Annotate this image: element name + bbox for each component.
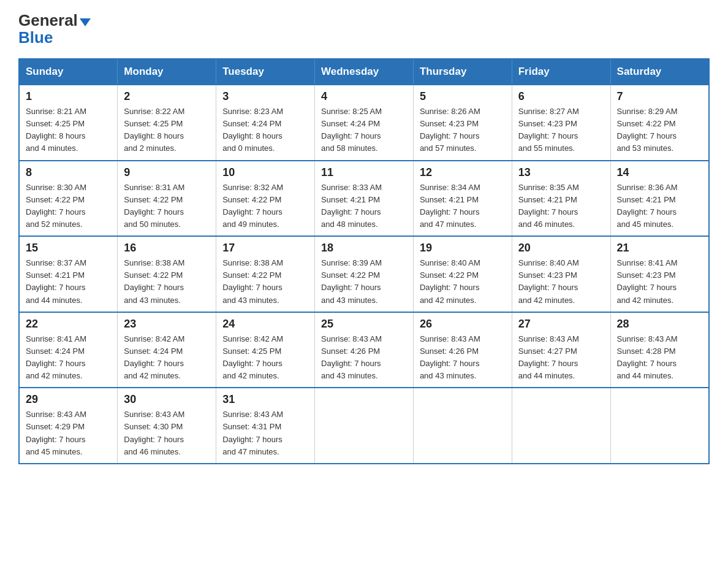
day-number: 15 — [26, 242, 111, 255]
day-number: 1 — [26, 90, 111, 103]
calendar-cell: 12Sunrise: 8:34 AMSunset: 4:21 PMDayligh… — [413, 161, 512, 237]
day-info: Sunrise: 8:40 AMSunset: 4:23 PMDaylight:… — [518, 257, 604, 307]
day-number: 29 — [26, 393, 111, 406]
day-number: 2 — [124, 90, 210, 103]
day-number: 25 — [321, 318, 407, 331]
calendar-header: SundayMondayTuesdayWednesdayThursdayFrid… — [19, 59, 709, 85]
day-info: Sunrise: 8:32 AMSunset: 4:22 PMDaylight:… — [222, 182, 308, 231]
calendar-cell: 13Sunrise: 8:35 AMSunset: 4:21 PMDayligh… — [512, 161, 610, 237]
calendar-cell: 27Sunrise: 8:43 AMSunset: 4:27 PMDayligh… — [512, 312, 610, 388]
calendar-cell: 21Sunrise: 8:41 AMSunset: 4:23 PMDayligh… — [610, 236, 709, 312]
day-info: Sunrise: 8:21 AMSunset: 4:25 PMDaylight:… — [26, 105, 111, 155]
day-number: 20 — [518, 242, 604, 255]
calendar-cell: 15Sunrise: 8:37 AMSunset: 4:21 PMDayligh… — [19, 236, 118, 312]
day-info: Sunrise: 8:43 AMSunset: 4:28 PMDaylight:… — [617, 333, 702, 383]
calendar-cell: 26Sunrise: 8:43 AMSunset: 4:26 PMDayligh… — [413, 312, 512, 388]
week-row-1: 1Sunrise: 8:21 AMSunset: 4:25 PMDaylight… — [19, 85, 709, 161]
day-number: 11 — [321, 166, 407, 179]
week-row-4: 22Sunrise: 8:41 AMSunset: 4:24 PMDayligh… — [19, 312, 709, 388]
calendar-cell — [315, 388, 414, 464]
day-number: 24 — [222, 318, 308, 331]
calendar-cell — [610, 388, 709, 464]
calendar-cell: 7Sunrise: 8:29 AMSunset: 4:22 PMDaylight… — [610, 85, 709, 161]
calendar-cell: 18Sunrise: 8:39 AMSunset: 4:22 PMDayligh… — [315, 236, 414, 312]
day-number: 21 — [617, 242, 702, 255]
calendar-body: 1Sunrise: 8:21 AMSunset: 4:25 PMDaylight… — [19, 85, 709, 464]
calendar-cell: 3Sunrise: 8:23 AMSunset: 4:24 PMDaylight… — [216, 85, 315, 161]
day-info: Sunrise: 8:30 AMSunset: 4:22 PMDaylight:… — [26, 182, 111, 231]
day-info: Sunrise: 8:42 AMSunset: 4:25 PMDaylight:… — [222, 333, 308, 383]
day-info: Sunrise: 8:43 AMSunset: 4:29 PMDaylight:… — [26, 408, 111, 458]
day-number: 10 — [222, 166, 308, 179]
logo-blue: Blue — [18, 28, 53, 47]
week-row-2: 8Sunrise: 8:30 AMSunset: 4:22 PMDaylight… — [19, 161, 709, 237]
logo: General Blue — [18, 12, 91, 47]
day-info: Sunrise: 8:38 AMSunset: 4:22 PMDaylight:… — [124, 257, 210, 307]
day-number: 27 — [518, 318, 604, 331]
day-info: Sunrise: 8:26 AMSunset: 4:23 PMDaylight:… — [420, 105, 506, 155]
calendar-cell: 25Sunrise: 8:43 AMSunset: 4:26 PMDayligh… — [315, 312, 414, 388]
calendar-cell: 9Sunrise: 8:31 AMSunset: 4:22 PMDaylight… — [118, 161, 216, 237]
day-info: Sunrise: 8:43 AMSunset: 4:30 PMDaylight:… — [124, 408, 210, 458]
day-number: 14 — [617, 166, 702, 179]
calendar-cell: 17Sunrise: 8:38 AMSunset: 4:22 PMDayligh… — [216, 236, 315, 312]
day-number: 17 — [222, 242, 308, 255]
day-info: Sunrise: 8:23 AMSunset: 4:24 PMDaylight:… — [222, 105, 308, 155]
day-info: Sunrise: 8:38 AMSunset: 4:22 PMDaylight:… — [222, 257, 308, 307]
day-number: 22 — [26, 318, 111, 331]
calendar-cell: 10Sunrise: 8:32 AMSunset: 4:22 PMDayligh… — [216, 161, 315, 237]
calendar-cell: 4Sunrise: 8:25 AMSunset: 4:24 PMDaylight… — [315, 85, 414, 161]
day-number: 12 — [420, 166, 506, 179]
day-number: 23 — [124, 318, 210, 331]
day-number: 5 — [420, 90, 506, 103]
day-info: Sunrise: 8:43 AMSunset: 4:31 PMDaylight:… — [222, 408, 308, 458]
day-info: Sunrise: 8:34 AMSunset: 4:21 PMDaylight:… — [420, 182, 506, 231]
logo-triangle-icon — [80, 18, 91, 26]
calendar-cell: 11Sunrise: 8:33 AMSunset: 4:21 PMDayligh… — [315, 161, 414, 237]
calendar-cell: 29Sunrise: 8:43 AMSunset: 4:29 PMDayligh… — [19, 388, 118, 464]
day-number: 19 — [420, 242, 506, 255]
day-number: 28 — [617, 318, 702, 331]
header-day-thursday: Thursday — [413, 59, 512, 85]
day-number: 4 — [321, 90, 407, 103]
header-day-saturday: Saturday — [610, 59, 709, 85]
day-info: Sunrise: 8:42 AMSunset: 4:24 PMDaylight:… — [124, 333, 210, 383]
day-number: 18 — [321, 242, 407, 255]
logo-general: General — [18, 12, 78, 28]
week-row-5: 29Sunrise: 8:43 AMSunset: 4:29 PMDayligh… — [19, 388, 709, 464]
calendar-cell: 28Sunrise: 8:43 AMSunset: 4:28 PMDayligh… — [610, 312, 709, 388]
day-info: Sunrise: 8:22 AMSunset: 4:25 PMDaylight:… — [124, 105, 210, 155]
page-header: General Blue — [18, 12, 710, 47]
day-number: 16 — [124, 242, 210, 255]
day-info: Sunrise: 8:39 AMSunset: 4:22 PMDaylight:… — [321, 257, 407, 307]
day-number: 8 — [26, 166, 111, 179]
day-info: Sunrise: 8:41 AMSunset: 4:23 PMDaylight:… — [617, 257, 702, 307]
day-number: 6 — [518, 90, 604, 103]
calendar-cell: 20Sunrise: 8:40 AMSunset: 4:23 PMDayligh… — [512, 236, 610, 312]
day-number: 26 — [420, 318, 506, 331]
calendar-cell: 24Sunrise: 8:42 AMSunset: 4:25 PMDayligh… — [216, 312, 315, 388]
header-row: SundayMondayTuesdayWednesdayThursdayFrid… — [19, 59, 709, 85]
day-info: Sunrise: 8:33 AMSunset: 4:21 PMDaylight:… — [321, 182, 407, 231]
day-info: Sunrise: 8:25 AMSunset: 4:24 PMDaylight:… — [321, 105, 407, 155]
day-number: 9 — [124, 166, 210, 179]
calendar-cell: 2Sunrise: 8:22 AMSunset: 4:25 PMDaylight… — [118, 85, 216, 161]
calendar-table: SundayMondayTuesdayWednesdayThursdayFrid… — [18, 58, 710, 464]
calendar-cell: 6Sunrise: 8:27 AMSunset: 4:23 PMDaylight… — [512, 85, 610, 161]
calendar-cell — [512, 388, 610, 464]
day-info: Sunrise: 8:43 AMSunset: 4:26 PMDaylight:… — [420, 333, 506, 383]
header-day-sunday: Sunday — [19, 59, 118, 85]
day-number: 7 — [617, 90, 702, 103]
day-info: Sunrise: 8:31 AMSunset: 4:22 PMDaylight:… — [124, 182, 210, 231]
calendar-cell: 31Sunrise: 8:43 AMSunset: 4:31 PMDayligh… — [216, 388, 315, 464]
calendar-cell: 1Sunrise: 8:21 AMSunset: 4:25 PMDaylight… — [19, 85, 118, 161]
header-day-friday: Friday — [512, 59, 610, 85]
day-number: 3 — [222, 90, 308, 103]
header-day-monday: Monday — [118, 59, 216, 85]
calendar-cell: 30Sunrise: 8:43 AMSunset: 4:30 PMDayligh… — [118, 388, 216, 464]
calendar-cell: 16Sunrise: 8:38 AMSunset: 4:22 PMDayligh… — [118, 236, 216, 312]
day-info: Sunrise: 8:41 AMSunset: 4:24 PMDaylight:… — [26, 333, 111, 383]
day-info: Sunrise: 8:35 AMSunset: 4:21 PMDaylight:… — [518, 182, 604, 231]
calendar-cell: 14Sunrise: 8:36 AMSunset: 4:21 PMDayligh… — [610, 161, 709, 237]
calendar-cell: 22Sunrise: 8:41 AMSunset: 4:24 PMDayligh… — [19, 312, 118, 388]
